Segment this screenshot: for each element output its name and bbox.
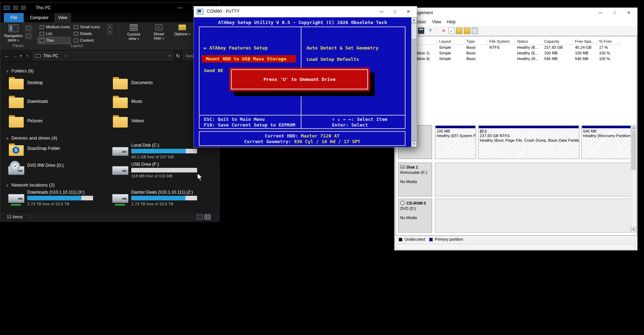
help-arrows: ↑ ↓ → ←: Select Item — [332, 117, 387, 122]
cell-pct: 17 % — [597, 45, 620, 51]
column-layout[interactable]: Layout — [437, 39, 464, 45]
toolbar-folder-icon[interactable] — [464, 28, 470, 34]
menu-item-load-defaults[interactable]: Load Setup Defaults — [306, 57, 359, 62]
menu-item-auto-detect[interactable]: Auto Detect & Set Geometry — [306, 45, 379, 51]
chevron-down-icon[interactable]: ∨ — [6, 69, 8, 73]
menu-item-mount-hdd[interactable]: Mount HDD to USB Mass Storage — [202, 55, 296, 63]
folder-icon — [113, 79, 128, 89]
menu-item-send-re[interactable]: Send RE — [204, 68, 223, 73]
volume-row[interactable]: (C:) Simple Basic NTFS Healthy (B... 237… — [396, 45, 620, 51]
tile-label: Pictures — [27, 118, 42, 123]
tile-label: Dasher Deals (\\10.1.10.111) (Z:) — [131, 190, 193, 195]
putty-maximize-button[interactable]: □ — [389, 6, 401, 17]
putty-titlebar[interactable]: COM60 - PuTTY — □ ✕ — [194, 6, 417, 17]
layout-option-list[interactable]: List — [38, 30, 70, 37]
putty-terminal[interactable]: ATAboy Setup Utility V 0.5 - Copyright (… — [194, 17, 411, 147]
menu-view[interactable]: View — [429, 18, 444, 26]
volume-row[interactable]: (Disk 0 partition 4) Simple Basic Health… — [396, 56, 620, 62]
section-folders[interactable]: ∨Folders (6) — [6, 68, 34, 74]
capacity-bar-fill — [131, 149, 186, 153]
menu-help[interactable]: Help — [444, 18, 458, 26]
layout-option-content[interactable]: Content — [72, 37, 104, 44]
scrollbar-thumb[interactable] — [631, 131, 636, 170]
drive-tile-scansnap[interactable]: S ScanSnap Folder — [8, 142, 109, 161]
chevron-down-icon[interactable]: ∨ — [6, 183, 8, 187]
current-view-button[interactable]: Current view ▾ — [122, 24, 145, 41]
column-free-space[interactable]: Free Spa... — [573, 39, 597, 45]
scroll-up-icon[interactable]: ▲ — [631, 125, 636, 131]
disk1-label[interactable]: Disk 1 Removable (F:) No Media — [398, 163, 432, 196]
toolbar-console-icon[interactable] — [418, 28, 424, 34]
file-tile-downloads[interactable]: Downloads — [8, 94, 109, 112]
layout-option-medium-icons[interactable]: Medium icons — [38, 24, 70, 30]
explorer-titlebar[interactable]: This PC — □ ✕ — [0, 2, 219, 13]
tab-computer[interactable]: Computer — [27, 13, 52, 22]
explorer-minimize-button[interactable]: — — [174, 2, 185, 13]
toolbar-help-icon[interactable]: ? — [427, 28, 433, 34]
navigation-pane-button[interactable]: Navigation pane ▾ — [3, 24, 24, 42]
volume-row[interactable]: (Disk 0 partition 1) Simple Basic Health… — [396, 51, 620, 56]
layout-option-tiles[interactable]: Tiles — [38, 37, 70, 44]
disk1-media-area[interactable] — [435, 163, 632, 196]
column-pct-free[interactable]: % Free — [597, 39, 620, 45]
column-capacity[interactable]: Capacity — [542, 39, 573, 45]
up-button[interactable]: ↑ — [24, 52, 31, 59]
back-button[interactable]: ← — [3, 52, 10, 59]
scroll-down-icon[interactable]: ▼ — [631, 227, 636, 233]
diskmgmt-maximize-button[interactable]: □ — [608, 8, 622, 17]
layout-option-details[interactable]: Details — [72, 30, 104, 37]
scroll-up-icon[interactable]: ▲ — [411, 17, 417, 23]
address-box[interactable]: This PC › ▾ — [33, 52, 173, 60]
partition-efi[interactable]: 100 MB Healthy (EFI System Partition) — [435, 125, 476, 159]
toolbar-check-icon[interactable]: ✓ — [448, 28, 455, 34]
diskmgmt-close-button[interactable]: ✕ — [622, 8, 636, 17]
toolbar-properties-icon[interactable] — [472, 28, 478, 34]
putty-minimize-button[interactable]: — — [375, 6, 388, 17]
toolbar-delete-icon[interactable]: ✕ — [441, 28, 447, 34]
file-tile-desktop[interactable]: Desktop — [8, 75, 109, 94]
scrollbar-thumb[interactable] — [411, 23, 417, 39]
scroll-down-icon[interactable]: ▼ — [411, 141, 417, 147]
diskmgmt-scrollbar[interactable]: ▲ ▼ — [631, 125, 636, 233]
forward-button[interactable]: → — [11, 52, 18, 59]
show-hide-button[interactable]: ✓ Show/ hide ▾ — [148, 24, 169, 41]
cdrom0-media-area[interactable] — [435, 199, 632, 233]
preview-pane-button[interactable] — [25, 25, 32, 31]
refresh-icon[interactable]: ↻ — [174, 52, 182, 59]
file-tile-pictures[interactable]: Pictures — [8, 113, 109, 132]
address-dropdown-icon[interactable]: ▾ — [169, 52, 171, 60]
diskmgmt-minimize-button[interactable]: — — [593, 8, 608, 17]
tab-file[interactable]: File — [4, 13, 24, 22]
details-pane-button[interactable] — [25, 33, 32, 39]
tab-view[interactable]: View — [54, 13, 71, 22]
partition-c[interactable]: (C:) 237.83 GB NTFS Healthy (Boot, Page … — [478, 125, 579, 159]
section-network[interactable]: ∨Network locations (2) — [6, 182, 54, 188]
drive-tile-network-z[interactable]: Dasher Deals (\\10.1.10.111) (Z:) 2.74 T… — [112, 189, 213, 208]
gallery-down-icon[interactable]: ▾ — [107, 30, 113, 34]
section-devices[interactable]: ∨Devices and drives (4) — [6, 135, 57, 141]
putty-scrollbar[interactable]: ▲ ▼ — [411, 17, 417, 147]
breadcrumb[interactable]: This PC — [43, 52, 58, 60]
gallery-up-icon[interactable]: ▴ — [107, 24, 113, 29]
diskmgmt-titlebar[interactable]: Disk Management — □ ✕ — [395, 8, 637, 18]
partition-recovery[interactable]: 546 MB Healthy (Recovery Partition) — [581, 125, 632, 159]
column-status[interactable]: Status — [515, 39, 542, 45]
layout-option-small-icons[interactable]: Small icons — [72, 24, 104, 30]
recent-locations-icon[interactable]: ▾ — [19, 52, 23, 59]
toolbar-open-folder-icon[interactable] — [456, 28, 462, 34]
explorer-statusbar: 12 items | — [0, 212, 219, 221]
menu-item-features-setup[interactable]: ► ATAboy Features Setup — [204, 45, 268, 51]
putty-close-button[interactable]: ✕ — [402, 6, 415, 17]
drive-tile-dvd-d[interactable]: DVD RW Drive (D:) — [8, 161, 109, 180]
tiles-view-toggle-icon[interactable] — [205, 214, 211, 219]
drive-tile-network-x[interactable]: Downloads (\\10.1.10.111) (X:) 2.74 TB f… — [8, 189, 109, 208]
column-type[interactable]: Type — [464, 39, 487, 45]
chevron-down-icon[interactable]: ∨ — [6, 136, 8, 140]
column-file-system[interactable]: File System — [487, 39, 515, 45]
cdrom0-label[interactable]: CD-ROM 0 DVD (D:) No Media — [398, 199, 432, 233]
partition-color-strip — [436, 126, 475, 128]
options-button[interactable]: Options ▾ — [172, 24, 192, 36]
qat-properties-icon[interactable] — [13, 6, 18, 10]
details-view-toggle-icon[interactable] — [197, 214, 203, 219]
qat-new-folder-icon[interactable] — [21, 6, 26, 10]
